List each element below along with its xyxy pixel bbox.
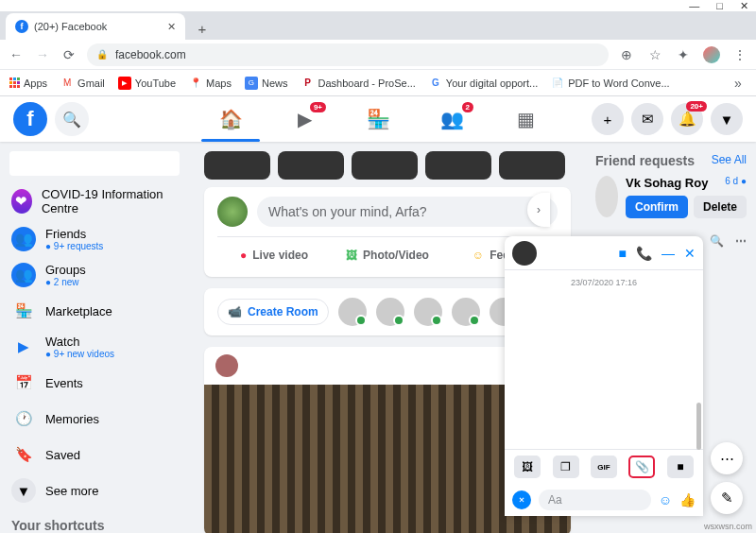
camera-tool[interactable]: ■ [667, 456, 694, 478]
requester-avatar[interactable] [595, 176, 618, 217]
search-icon[interactable]: 🔍 [710, 234, 724, 248]
sidebar-item-saved[interactable]: 🔖Saved [6, 437, 183, 473]
pdf-bookmark[interactable]: 📄PDF to Word Conve... [551, 77, 669, 90]
tab-marketplace[interactable]: 🏪 [345, 96, 411, 142]
notifications-button[interactable]: 🔔20+ [671, 103, 703, 135]
sidebar-item-groups[interactable]: 👥Groups● 2 new [6, 257, 183, 293]
sidebar-item-events[interactable]: 📅Events [6, 365, 183, 401]
user-avatar[interactable] [217, 197, 248, 227]
sidebar-item-friends[interactable]: 👥Friends● 9+ requests [6, 221, 183, 257]
new-tab-button[interactable]: + [191, 17, 214, 40]
like-icon[interactable]: 👍 [679, 492, 696, 507]
watch-icon: ▶ [11, 335, 36, 359]
create-room-button[interactable]: 📹Create Room [217, 299, 329, 325]
gmail-bookmark[interactable]: MGmail [60, 77, 105, 90]
requester-name[interactable]: Vk Sohag Roy [626, 176, 708, 190]
see-all-link[interactable]: See All [712, 153, 747, 168]
chat-messages: 23/07/2020 17:16 [505, 270, 703, 449]
sidebar-item-covid[interactable]: ❤COVID-19 Information Centre [6, 181, 183, 221]
marketplace-icon: 🏪 [11, 299, 36, 323]
extensions-icon[interactable]: ✦ [675, 47, 692, 62]
forward-icon[interactable]: → [34, 47, 51, 62]
youtube-bookmark[interactable]: ▶YouTube [118, 77, 176, 90]
sidebar-item-marketplace[interactable]: 🏪Marketplace [6, 293, 183, 329]
chat-input-row: + Aa ☺👍 [505, 484, 703, 516]
maps-bookmark[interactable]: 📍Maps [189, 77, 232, 90]
story-card[interactable] [425, 151, 491, 180]
tab-gaming[interactable]: ▦ [492, 96, 558, 142]
tab-watch[interactable]: ▶9+ [271, 96, 337, 142]
post-author-avatar[interactable] [215, 354, 238, 377]
sidebar-item-memories[interactable]: 🕐Memories [6, 401, 183, 437]
maps-icon: 📍 [189, 77, 202, 90]
image-icon: 🖼 [522, 460, 533, 473]
options-icon[interactable]: ⋯ [735, 234, 747, 248]
facebook-logo[interactable]: f [13, 102, 47, 136]
reload-icon[interactable]: ⟳ [60, 47, 77, 62]
zoom-icon[interactable]: ⊕ [618, 47, 635, 62]
close-chat-icon[interactable]: ✕ [684, 246, 696, 261]
gif-tool[interactable]: GIF [591, 456, 617, 478]
chat-options-button[interactable]: ⋯ [711, 442, 743, 474]
profile-avatar[interactable] [703, 46, 720, 63]
audio-call-icon[interactable]: 📞 [636, 246, 652, 261]
contact-avatar[interactable] [452, 298, 480, 326]
close-icon[interactable]: ✕ [740, 0, 748, 12]
sticker-tool[interactable]: ❐ [553, 456, 579, 478]
pinterest-icon: P [301, 77, 314, 90]
shortcuts-heading: Your shortcuts [6, 508, 183, 533]
friend-request-item: Vk Sohag Roy 6 d ● Confirm Delete [595, 176, 747, 218]
url-input[interactable]: 🔒 facebook.com [87, 43, 609, 66]
groups-icon: 👥 [440, 108, 464, 130]
browser-tab[interactable]: f (20+) Facebook ✕ [6, 13, 185, 40]
create-button[interactable]: + [592, 103, 624, 135]
story-card[interactable] [352, 151, 418, 180]
photo-video-button[interactable]: 🖼Photo/Video [331, 243, 444, 267]
account-button[interactable]: ▼ [711, 103, 743, 135]
sidebar-item-seemore[interactable]: ▼See more [6, 473, 183, 508]
video-icon: 📹 [228, 305, 242, 318]
messenger-button[interactable]: ✉ [631, 103, 663, 135]
left-sidebar: ❤COVID-19 Information Centre 👥Friends● 9… [0, 142, 189, 533]
menu-icon[interactable]: ⋮ [731, 47, 748, 62]
dots-icon: ⋯ [720, 450, 734, 467]
scrollbar[interactable] [696, 403, 701, 450]
message-input[interactable]: Aa [539, 490, 651, 510]
google-bookmark[interactable]: GYour digital opport... [429, 77, 538, 90]
video-call-icon[interactable]: ■ [619, 246, 627, 261]
minimize-icon[interactable]: — [689, 0, 699, 11]
live-video-button[interactable]: ●Live video [217, 243, 331, 267]
story-card[interactable] [499, 151, 565, 180]
chevron-down-icon: ▼ [11, 478, 36, 503]
new-message-button[interactable]: ✎ [711, 482, 743, 514]
photo-tool[interactable]: 🖼 [514, 456, 541, 478]
sidebar-item-watch[interactable]: ▶Watch● 9+ new videos [6, 329, 183, 365]
tab-close-icon[interactable]: ✕ [167, 21, 176, 33]
delete-button[interactable]: Delete [694, 196, 747, 218]
minimize-chat-icon[interactable]: — [662, 246, 675, 261]
confirm-button[interactable]: Confirm [626, 196, 688, 218]
contact-avatar[interactable] [414, 298, 442, 326]
tab-groups[interactable]: 👥2 [419, 96, 485, 142]
search-button[interactable]: 🔍 [55, 102, 89, 136]
story-card[interactable] [278, 151, 344, 180]
back-icon[interactable]: ← [8, 47, 25, 62]
composer-input[interactable]: What's on your mind, Arfa? [257, 197, 558, 227]
contact-avatar[interactable] [376, 298, 404, 326]
attachment-tool[interactable]: 📎 [628, 456, 655, 478]
star-icon[interactable]: ☆ [646, 47, 663, 62]
story-card[interactable] [204, 151, 270, 180]
pinterest-bookmark[interactable]: PDashboard - ProSe... [301, 77, 415, 90]
emoji-icon[interactable]: ☺ [659, 492, 672, 507]
watch-icon: ▶ [298, 108, 312, 130]
contact-avatar[interactable] [338, 298, 367, 326]
close-input-button[interactable]: + [508, 487, 535, 513]
facebook-favicon: f [15, 20, 28, 33]
news-bookmark[interactable]: GNews [245, 77, 288, 90]
tab-home[interactable]: 🏠 [198, 96, 264, 142]
chat-avatar[interactable] [512, 241, 537, 266]
apps-bookmark[interactable]: Apps [9, 77, 47, 89]
maximize-icon[interactable]: □ [716, 0, 723, 11]
chat-header[interactable]: ■ 📞 — ✕ [505, 236, 703, 270]
bookmarks-overflow-icon[interactable]: » [730, 76, 747, 91]
